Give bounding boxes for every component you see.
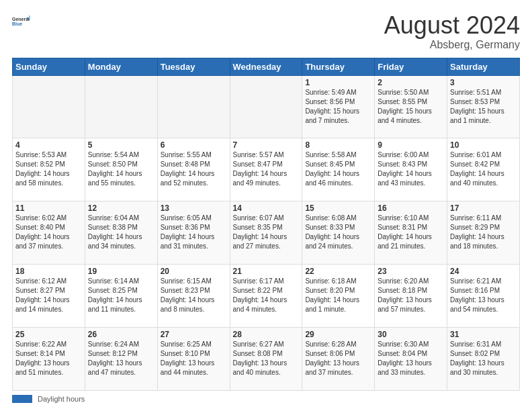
day-info: Sunrise: 6:17 AMSunset: 8:22 PMDaylight:… <box>233 277 300 314</box>
daylight-swatch <box>12 395 32 403</box>
day-number: 22 <box>305 267 371 276</box>
day-number: 24 <box>450 267 517 276</box>
calendar-cell: 6Sunrise: 5:55 AMSunset: 8:48 PMDaylight… <box>157 138 230 201</box>
calendar-cell: 17Sunrise: 6:11 AMSunset: 8:29 PMDayligh… <box>447 201 520 265</box>
calendar-cell: 7Sunrise: 5:57 AMSunset: 8:47 PMDaylight… <box>230 138 302 201</box>
title-block: August 2024 Absberg, Germany <box>384 12 520 51</box>
calendar-cell: 3Sunrise: 5:51 AMSunset: 8:53 PMDaylight… <box>447 75 520 138</box>
day-number: 29 <box>305 330 371 339</box>
calendar-week-3: 11Sunrise: 6:02 AMSunset: 8:40 PMDayligh… <box>13 201 520 265</box>
day-info: Sunrise: 6:25 AMSunset: 8:10 PMDaylight:… <box>161 340 227 377</box>
day-number: 27 <box>161 330 227 339</box>
calendar-cell: 8Sunrise: 5:58 AMSunset: 8:45 PMDaylight… <box>302 138 375 201</box>
day-number: 13 <box>161 203 227 213</box>
calendar-cell: 31Sunrise: 6:31 AMSunset: 8:02 PMDayligh… <box>447 328 520 391</box>
day-info: Sunrise: 5:50 AMSunset: 8:55 PMDaylight:… <box>378 88 444 126</box>
day-number: 1 <box>305 78 371 87</box>
calendar-cell: 1Sunrise: 5:49 AMSunset: 8:56 PMDaylight… <box>302 75 375 138</box>
calendar-cell: 20Sunrise: 6:15 AMSunset: 8:23 PMDayligh… <box>157 265 230 328</box>
calendar-cell: 11Sunrise: 6:02 AMSunset: 8:40 PMDayligh… <box>13 201 85 265</box>
day-info: Sunrise: 6:20 AMSunset: 8:18 PMDaylight:… <box>378 277 444 314</box>
day-info: Sunrise: 6:14 AMSunset: 8:25 PMDaylight:… <box>88 277 154 314</box>
day-number: 21 <box>233 267 300 276</box>
calendar-week-5: 25Sunrise: 6:22 AMSunset: 8:14 PMDayligh… <box>13 328 520 391</box>
day-number: 14 <box>233 203 300 213</box>
calendar-cell <box>13 75 85 138</box>
calendar-cell <box>157 75 230 138</box>
day-number: 17 <box>450 203 517 213</box>
day-info: Sunrise: 6:28 AMSunset: 8:06 PMDaylight:… <box>305 340 371 377</box>
header: GeneralBlue August 2024 Absberg, Germany <box>12 12 520 51</box>
logo-icon: GeneralBlue <box>12 12 31 31</box>
calendar-week-4: 18Sunrise: 6:12 AMSunset: 8:27 PMDayligh… <box>13 265 520 328</box>
calendar-cell: 12Sunrise: 6:04 AMSunset: 8:38 PMDayligh… <box>85 201 157 265</box>
day-info: Sunrise: 6:27 AMSunset: 8:08 PMDaylight:… <box>233 340 300 377</box>
day-number: 2 <box>378 78 444 87</box>
day-info: Sunrise: 5:57 AMSunset: 8:47 PMDaylight:… <box>233 150 300 188</box>
logo: GeneralBlue <box>12 12 31 31</box>
day-info: Sunrise: 5:49 AMSunset: 8:56 PMDaylight:… <box>305 88 371 126</box>
day-info: Sunrise: 6:08 AMSunset: 8:33 PMDaylight:… <box>305 214 371 251</box>
calendar-cell: 21Sunrise: 6:17 AMSunset: 8:22 PMDayligh… <box>230 265 302 328</box>
day-number: 10 <box>450 140 517 150</box>
calendar-cell: 14Sunrise: 6:07 AMSunset: 8:35 PMDayligh… <box>230 201 302 265</box>
day-info: Sunrise: 5:58 AMSunset: 8:45 PMDaylight:… <box>305 150 371 188</box>
day-info: Sunrise: 6:18 AMSunset: 8:20 PMDaylight:… <box>305 277 371 314</box>
calendar-cell: 13Sunrise: 6:05 AMSunset: 8:36 PMDayligh… <box>157 201 230 265</box>
day-number: 4 <box>15 140 82 150</box>
calendar-cell: 24Sunrise: 6:21 AMSunset: 8:16 PMDayligh… <box>447 265 520 328</box>
day-number: 11 <box>15 203 82 213</box>
day-info: Sunrise: 5:54 AMSunset: 8:50 PMDaylight:… <box>88 150 154 188</box>
day-number: 9 <box>378 140 444 150</box>
day-number: 18 <box>15 267 82 276</box>
calendar-cell: 27Sunrise: 6:25 AMSunset: 8:10 PMDayligh… <box>157 328 230 391</box>
calendar-cell: 19Sunrise: 6:14 AMSunset: 8:25 PMDayligh… <box>85 265 157 328</box>
page: GeneralBlue August 2024 Absberg, Germany… <box>0 0 532 411</box>
day-number: 8 <box>305 140 371 150</box>
day-info: Sunrise: 6:15 AMSunset: 8:23 PMDaylight:… <box>161 277 227 314</box>
day-info: Sunrise: 6:22 AMSunset: 8:14 PMDaylight:… <box>15 340 82 377</box>
day-info: Sunrise: 6:31 AMSunset: 8:02 PMDaylight:… <box>450 340 517 377</box>
calendar-cell: 23Sunrise: 6:20 AMSunset: 8:18 PMDayligh… <box>375 265 447 328</box>
calendar-cell: 10Sunrise: 6:01 AMSunset: 8:42 PMDayligh… <box>447 138 520 201</box>
day-info: Sunrise: 6:02 AMSunset: 8:40 PMDaylight:… <box>15 214 82 251</box>
calendar-cell: 26Sunrise: 6:24 AMSunset: 8:12 PMDayligh… <box>85 328 157 391</box>
calendar-header-row: SundayMondayTuesdayWednesdayThursdayFrid… <box>13 58 520 75</box>
day-info: Sunrise: 6:01 AMSunset: 8:42 PMDaylight:… <box>450 150 517 188</box>
calendar-cell: 30Sunrise: 6:30 AMSunset: 8:04 PMDayligh… <box>375 328 447 391</box>
location: Absberg, Germany <box>384 39 520 51</box>
day-number: 26 <box>88 330 154 339</box>
day-number: 16 <box>378 203 444 213</box>
svg-text:General: General <box>12 17 30 21</box>
calendar-cell: 25Sunrise: 6:22 AMSunset: 8:14 PMDayligh… <box>13 328 85 391</box>
calendar-cell: 18Sunrise: 6:12 AMSunset: 8:27 PMDayligh… <box>13 265 85 328</box>
calendar-header-wednesday: Wednesday <box>230 58 302 75</box>
day-number: 23 <box>378 267 444 276</box>
day-info: Sunrise: 6:00 AMSunset: 8:43 PMDaylight:… <box>378 150 444 188</box>
day-number: 25 <box>15 330 82 339</box>
calendar-table: SundayMondayTuesdayWednesdayThursdayFrid… <box>12 58 520 391</box>
day-number: 7 <box>233 140 300 150</box>
month-title: August 2024 <box>384 12 520 39</box>
day-number: 6 <box>161 140 227 150</box>
calendar-cell: 16Sunrise: 6:10 AMSunset: 8:31 PMDayligh… <box>375 201 447 265</box>
calendar-header-saturday: Saturday <box>447 58 520 75</box>
day-info: Sunrise: 6:04 AMSunset: 8:38 PMDaylight:… <box>88 214 154 251</box>
calendar-cell: 5Sunrise: 5:54 AMSunset: 8:50 PMDaylight… <box>85 138 157 201</box>
calendar-cell <box>230 75 302 138</box>
calendar-header-tuesday: Tuesday <box>157 58 230 75</box>
calendar-cell: 22Sunrise: 6:18 AMSunset: 8:20 PMDayligh… <box>302 265 375 328</box>
calendar-cell: 4Sunrise: 5:53 AMSunset: 8:52 PMDaylight… <box>13 138 85 201</box>
day-info: Sunrise: 5:55 AMSunset: 8:48 PMDaylight:… <box>161 150 227 188</box>
day-info: Sunrise: 6:05 AMSunset: 8:36 PMDaylight:… <box>161 214 227 251</box>
day-number: 15 <box>305 203 371 213</box>
day-number: 12 <box>88 203 154 213</box>
calendar-cell <box>85 75 157 138</box>
calendar-week-2: 4Sunrise: 5:53 AMSunset: 8:52 PMDaylight… <box>13 138 520 201</box>
calendar-week-1: 1Sunrise: 5:49 AMSunset: 8:56 PMDaylight… <box>13 75 520 138</box>
footer: Daylight hours <box>12 395 520 403</box>
day-info: Sunrise: 6:10 AMSunset: 8:31 PMDaylight:… <box>378 214 444 251</box>
day-number: 20 <box>161 267 227 276</box>
calendar-header-friday: Friday <box>375 58 447 75</box>
calendar-cell: 15Sunrise: 6:08 AMSunset: 8:33 PMDayligh… <box>302 201 375 265</box>
